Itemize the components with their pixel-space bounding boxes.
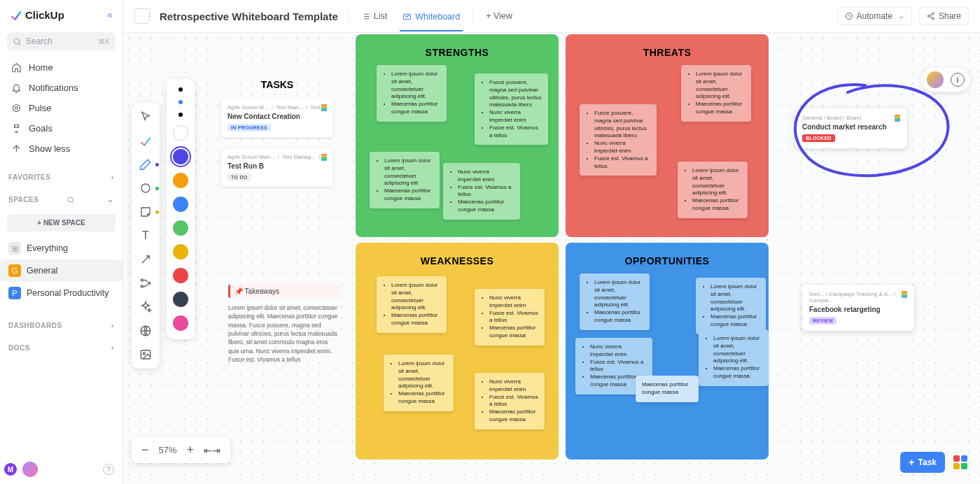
automate-button[interactable]: Automate⌄: [837, 7, 912, 25]
priority-flag-icon: [902, 291, 907, 298]
nav-show-less[interactable]: Show less: [4, 138, 118, 159]
svg-point-3: [68, 197, 73, 202]
new-space-button[interactable]: + NEW SPACE: [7, 214, 115, 232]
nav-home[interactable]: Home: [4, 57, 118, 78]
mindmap-tool[interactable]: [139, 276, 153, 290]
quadrant-weaknesses[interactable]: WEAKNESSES Lorem ipsum dolor sit amet, c…: [356, 243, 559, 460]
svg-point-7: [927, 15, 930, 17]
svg-point-8: [932, 17, 934, 20]
color-white[interactable]: [173, 125, 188, 141]
image-tool[interactable]: [139, 348, 153, 362]
color-palette: [167, 79, 195, 339]
nav-goals[interactable]: Goals: [4, 118, 118, 138]
svg-point-0: [14, 38, 20, 44]
pen-tool[interactable]: [139, 157, 153, 171]
svg-point-10: [141, 279, 143, 281]
section-dashboards[interactable]: DASHBOARDS›: [0, 314, 122, 336]
color-green[interactable]: [173, 220, 188, 236]
apps-icon[interactable]: [953, 455, 967, 469]
whiteboard-canvas[interactable]: T: [123, 33, 980, 484]
space-general[interactable]: GGeneral: [0, 259, 122, 282]
zoom-out[interactable]: −: [141, 443, 149, 457]
presence-avatar[interactable]: [927, 71, 944, 88]
quadrant-threats[interactable]: THREATS Lorem ipsum dolor sit amet, cons…: [566, 34, 769, 237]
cursor-tool[interactable]: [139, 110, 153, 124]
section-spaces[interactable]: SPACES⌄: [0, 188, 122, 211]
svg-point-15: [143, 353, 145, 355]
web-tool[interactable]: [139, 324, 153, 338]
chevron-right-icon: ›: [111, 173, 114, 181]
fit-screen[interactable]: ⇤⇥: [204, 445, 220, 456]
color-red[interactable]: [173, 268, 188, 283]
space-everything[interactable]: ⊞Everything: [0, 237, 122, 259]
task-card-market-research[interactable]: General / Board / Board Conduct market r…: [795, 108, 907, 148]
zoom-control: − 57% + ⇤⇥: [132, 437, 230, 463]
task-card-facebook[interactable]: Gen... / Campaign Tracking & A... / Camp…: [802, 285, 914, 331]
sidebar: ClickUp « Search ⌘K Home Notifications P…: [0, 0, 123, 484]
presence-bar: i: [921, 68, 970, 92]
nav-notifications[interactable]: Notifications: [4, 78, 118, 98]
topbar: Retrospective Whiteboard Template List W…: [123, 0, 980, 33]
collapse-sidebar-icon[interactable]: «: [107, 9, 113, 20]
logo[interactable]: ClickUp: [10, 8, 64, 21]
text-tool[interactable]: T: [139, 229, 153, 243]
task-card[interactable]: Agile Scrum Man.../Test Manag.../Test ..…: [221, 148, 333, 187]
task-card[interactable]: Agile Scrum M.../Test Man.../Test Scenar…: [221, 99, 333, 137]
color-blue[interactable]: [173, 149, 188, 164]
user-avatar[interactable]: M: [3, 462, 18, 477]
priority-flag-icon: [895, 115, 900, 122]
info-icon[interactable]: i: [951, 73, 965, 87]
takeaways-block[interactable]: 📌 Takeaways Lorem ipsum dolor sit amet, …: [228, 285, 340, 364]
color-sky[interactable]: [173, 197, 188, 212]
color-dark[interactable]: [173, 292, 188, 307]
svg-point-1: [15, 107, 18, 110]
color-pink[interactable]: [173, 315, 188, 331]
svg-point-11: [141, 285, 143, 287]
template-icon[interactable]: [134, 8, 150, 24]
view-list[interactable]: List: [358, 7, 390, 25]
sticky-tool[interactable]: [139, 205, 153, 219]
zoom-in[interactable]: +: [187, 443, 195, 457]
tasks-column: TASKS Agile Scrum M.../Test Man.../Test …: [221, 79, 333, 198]
share-button[interactable]: Share: [919, 7, 969, 25]
new-task-button[interactable]: +Task: [900, 452, 945, 473]
page-title[interactable]: Retrospective Whiteboard Template: [160, 10, 338, 22]
svg-point-9: [141, 184, 150, 192]
priority-flag-icon: [321, 104, 327, 111]
connector-tool[interactable]: [139, 252, 153, 266]
whiteboard-toolbar: T: [132, 103, 160, 369]
search-input[interactable]: Search ⌘K: [7, 32, 115, 50]
priority-flag-icon: [321, 154, 327, 161]
section-favorites[interactable]: FAVORITES›: [0, 166, 122, 188]
quadrant-opportunities[interactable]: OPPORTUNITIES Lorem ipsum dolor sit amet…: [566, 243, 769, 460]
color-yellow[interactable]: [173, 244, 188, 259]
quadrant-strengths[interactable]: STRENGTHS Lorem ipsum dolor sit amet, co…: [356, 34, 559, 237]
svg-point-6: [932, 13, 934, 15]
nav-pulse[interactable]: Pulse: [4, 98, 118, 118]
ai-tool[interactable]: [139, 300, 153, 314]
add-view[interactable]: + View: [483, 7, 515, 25]
user-avatar-2[interactable]: [22, 462, 38, 477]
shape-tool[interactable]: [139, 181, 153, 195]
svg-point-2: [13, 105, 20, 112]
color-orange[interactable]: [173, 173, 188, 188]
zoom-level: 57%: [159, 445, 177, 455]
section-docs[interactable]: DOCS›: [0, 336, 122, 359]
space-personal[interactable]: PPersonal Productivity: [0, 282, 122, 304]
clickup-tool[interactable]: [139, 134, 153, 148]
svg-rect-14: [141, 350, 150, 359]
help-icon[interactable]: ?: [103, 464, 114, 475]
chevron-down-icon: ⌄: [107, 195, 114, 204]
view-whiteboard[interactable]: Whiteboard: [400, 8, 463, 31]
svg-point-12: [148, 283, 150, 285]
